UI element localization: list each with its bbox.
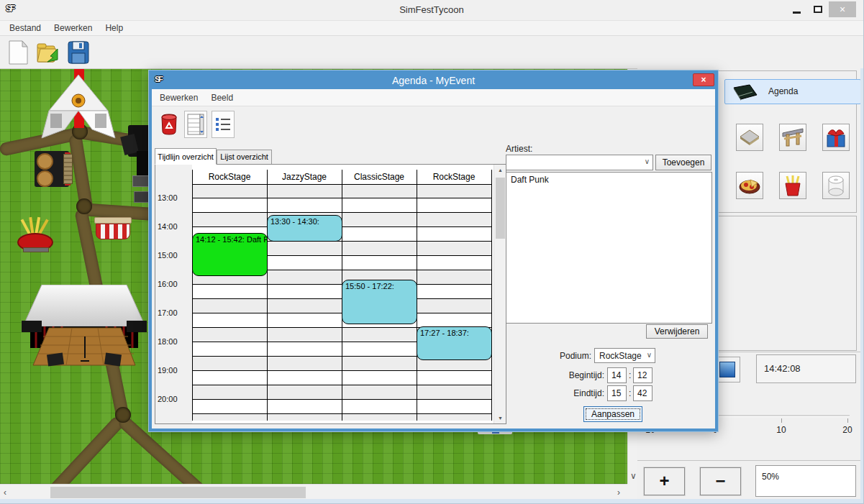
dialog-close-button[interactable]: × xyxy=(693,73,714,86)
shop-item-toilet-paper[interactable] xyxy=(822,172,850,199)
scroll-up-icon[interactable]: ▲ xyxy=(494,168,506,173)
podium-label: Podium: xyxy=(511,351,591,361)
scrollbar-thumb[interactable] xyxy=(496,178,505,239)
agenda-dialog: SF Agenda - MyEvent × BewerkenBeeld xyxy=(149,70,718,431)
shop-item-entrance-gate[interactable] xyxy=(779,124,806,151)
scroll-right-icon[interactable]: › xyxy=(617,487,620,498)
scrollbar-thumb[interactable] xyxy=(50,487,306,498)
window-bottom-border xyxy=(0,499,864,504)
time-label: 20:00 xyxy=(158,395,191,403)
time-gutter: 13:0014:0015:0016:0017:0018:0019:0020:00 xyxy=(155,165,192,423)
zoom-in-button[interactable]: + xyxy=(644,467,685,495)
save-project-button[interactable] xyxy=(65,39,92,66)
main-menubar: BestandBewerkenHelp xyxy=(0,20,863,36)
zoom-out-button[interactable]: − xyxy=(700,467,741,495)
begintijd-hour-field[interactable]: 14 xyxy=(607,367,627,383)
chevron-down-icon: ∨ xyxy=(647,351,652,359)
main-stage[interactable] xyxy=(22,285,147,371)
scroll-down-icon[interactable]: ∨ xyxy=(630,470,637,482)
menu-item-bewerken[interactable]: Bewerken xyxy=(47,21,99,35)
agenda-button[interactable]: Agenda xyxy=(724,79,861,104)
road-tile-icon xyxy=(739,129,760,146)
shop-item-pizza[interactable] xyxy=(736,172,763,199)
game-clock: 14:42:08 xyxy=(756,354,856,383)
trash-icon xyxy=(160,113,178,136)
grid-line xyxy=(267,170,268,421)
window-right-border xyxy=(860,68,864,499)
new-document-button[interactable] xyxy=(4,39,32,66)
party-tent[interactable] xyxy=(40,73,117,139)
dialog-title: Agenda - MyEvent xyxy=(152,73,715,88)
grid-vertical-scrollbar[interactable]: ▲ ▼ xyxy=(494,165,506,423)
eindtijd-minute-field[interactable]: 42 xyxy=(633,385,652,401)
time-separator: : xyxy=(629,370,631,380)
eindtijd-hour-field[interactable]: 15 xyxy=(607,385,627,401)
chevron-down-icon: ∨ xyxy=(645,157,650,165)
grid-line xyxy=(491,170,492,421)
time-label: 13:00 xyxy=(158,193,191,202)
window-titlebar: SF SimFestTycoon × xyxy=(0,0,863,20)
maximize-button[interactable] xyxy=(807,1,829,17)
play-button[interactable] xyxy=(714,357,740,382)
remove-button[interactable]: Verwijderen xyxy=(646,324,708,339)
dialog-menubar: BewerkenBeeld xyxy=(152,89,715,106)
shop-item-gift[interactable] xyxy=(822,124,850,151)
slider-tick xyxy=(847,418,848,423)
begintijd-minute-field[interactable]: 12 xyxy=(633,367,652,383)
schedule-event[interactable]: 14:12 - 15:42: Daft Punk xyxy=(192,233,268,276)
ticket-booth[interactable] xyxy=(94,217,132,240)
shop-item-road-tile[interactable] xyxy=(736,124,763,151)
open-folder-icon xyxy=(36,40,60,65)
tab-tijdlijn-overzicht[interactable]: Tijdlijn overzicht xyxy=(155,148,217,165)
time-label: 16:00 xyxy=(158,280,191,288)
zoom-level-field[interactable]: 50% xyxy=(755,465,856,497)
menu-item-bestand[interactable]: Bestand xyxy=(3,21,47,35)
eindtijd-label: Eindtijd: xyxy=(515,388,604,398)
bench[interactable] xyxy=(63,154,73,184)
dialog-menu-item-beeld[interactable]: Beeld xyxy=(204,89,240,106)
schedule-event[interactable]: 15:50 - 17:22: xyxy=(342,280,417,324)
column-header-rockstage: RockStage xyxy=(417,170,491,184)
podium-combobox[interactable]: RockStage ∨ xyxy=(594,348,655,363)
path-junction xyxy=(115,407,131,423)
maximize-icon xyxy=(814,6,822,13)
dialog-titlebar[interactable]: SF Agenda - MyEvent × xyxy=(152,73,715,89)
artist-list-item[interactable]: Daft Punk xyxy=(506,173,711,186)
map-horizontal-scrollbar[interactable]: ‹ › xyxy=(0,484,627,500)
zoom-panel: + − 50% xyxy=(637,460,860,495)
main-toolbar xyxy=(0,37,863,68)
slider-tick-label: 10 xyxy=(767,425,796,435)
slider-tick xyxy=(781,418,782,423)
schedule-event[interactable]: 17:27 - 18:37: xyxy=(417,326,492,360)
grid-line xyxy=(192,170,193,421)
add-artist-button[interactable]: Toevoegen xyxy=(655,155,711,170)
tab-lijst-overzicht[interactable]: Lijst overzicht xyxy=(217,150,272,165)
artist-label: Artiest: xyxy=(506,144,532,154)
scroll-left-icon[interactable]: ‹ xyxy=(4,487,6,498)
schedule-grid[interactable]: RockStageJazzyStageClassicStageRockStage… xyxy=(192,170,492,421)
artist-combobox[interactable]: ∨ xyxy=(506,155,653,170)
pizza-icon xyxy=(739,177,760,194)
shop-item-fries[interactable] xyxy=(779,172,806,199)
list-view-button[interactable] xyxy=(212,111,235,138)
timeline-view-button[interactable] xyxy=(184,111,207,138)
agenda-button-label: Agenda xyxy=(768,80,798,104)
window-controls: × xyxy=(786,1,856,17)
dialog-menu-item-bewerken[interactable]: Bewerken xyxy=(153,89,204,106)
agenda-book-icon xyxy=(732,83,758,101)
delete-item-button[interactable] xyxy=(158,111,181,138)
close-button[interactable]: × xyxy=(829,1,856,17)
bench[interactable] xyxy=(23,247,49,252)
scroll-down-icon[interactable]: ▼ xyxy=(494,416,506,421)
menu-item-help[interactable]: Help xyxy=(99,21,129,35)
apply-button[interactable]: Aanpassen xyxy=(583,406,642,422)
artist-listbox[interactable]: Daft Punk xyxy=(506,172,712,324)
time-label: 17:00 xyxy=(158,308,191,317)
time-label: 14:00 xyxy=(158,222,191,231)
timeline-view-icon xyxy=(187,114,204,135)
schedule-event[interactable]: 13:30 - 14:30: xyxy=(267,215,342,242)
window-title: SimFestTycoon xyxy=(0,0,863,20)
list-view-icon xyxy=(214,116,232,133)
minimize-button[interactable] xyxy=(786,1,807,17)
open-project-button[interactable] xyxy=(35,39,62,66)
